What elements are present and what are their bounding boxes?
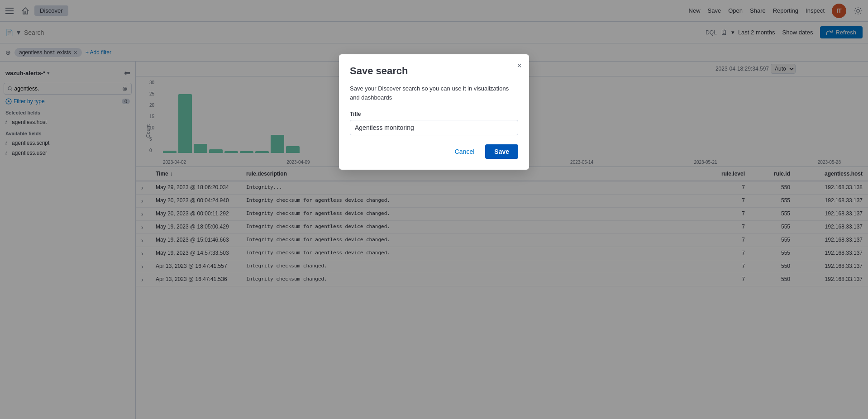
modal-close-button[interactable]: × [517, 62, 522, 70]
modal-title-label: Title [350, 111, 518, 117]
modal-cancel-button[interactable]: Cancel [449, 144, 480, 159]
modal-save-button[interactable]: Save [485, 144, 518, 159]
modal-actions: Cancel Save [350, 144, 518, 159]
modal-title: Save search [350, 65, 518, 77]
save-search-modal: × Save search Save your Discover search … [339, 54, 529, 170]
modal-description: Save your Discover search so you can use… [350, 84, 518, 102]
modal-overlay: × Save search Save your Discover search … [0, 0, 868, 419]
modal-title-input[interactable] [350, 120, 518, 135]
